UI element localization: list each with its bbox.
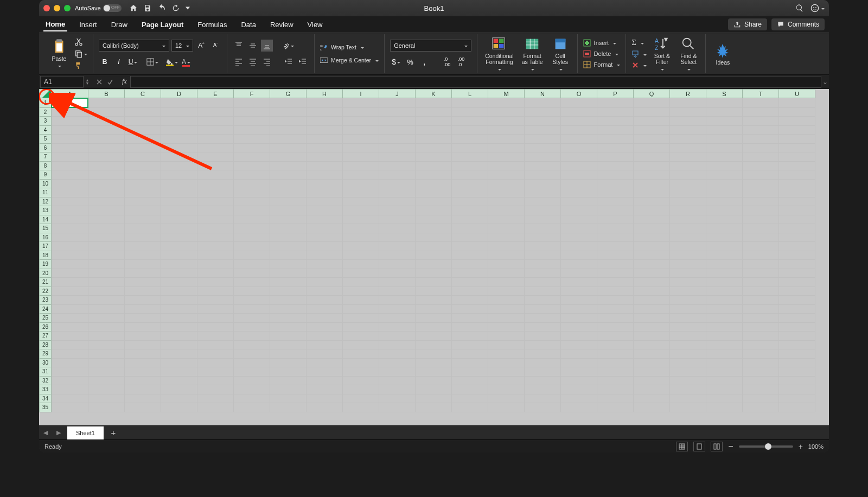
cell[interactable] — [488, 242, 525, 251]
cell[interactable] — [670, 197, 706, 206]
cell[interactable] — [525, 98, 561, 108]
cell[interactable] — [125, 125, 161, 135]
cell[interactable] — [161, 403, 197, 412]
column-header[interactable]: P — [597, 90, 634, 98]
cell[interactable] — [416, 314, 452, 323]
align-right-button[interactable] — [261, 56, 273, 68]
row-header[interactable]: 27 — [40, 332, 52, 341]
cell[interactable] — [670, 170, 706, 180]
cell[interactable] — [234, 403, 270, 412]
cell[interactable] — [416, 215, 452, 224]
cell[interactable] — [343, 152, 379, 162]
row-header[interactable]: 34 — [40, 394, 52, 403]
cell[interactable] — [416, 332, 452, 341]
cell[interactable] — [379, 161, 416, 170]
cell[interactable] — [561, 304, 597, 314]
name-box[interactable]: A1 — [40, 76, 84, 88]
cell[interactable] — [52, 233, 88, 242]
cell[interactable] — [561, 179, 597, 188]
column-header[interactable]: N — [525, 90, 561, 98]
cell[interactable] — [634, 188, 670, 197]
home-icon[interactable] — [129, 4, 138, 12]
account-menu[interactable] — [810, 4, 825, 12]
cell[interactable] — [743, 403, 779, 412]
cell[interactable] — [197, 314, 234, 323]
cell[interactable] — [52, 278, 88, 287]
row-header[interactable]: 3 — [40, 117, 52, 126]
comments-button[interactable]: Comments — [771, 18, 825, 30]
cell[interactable] — [706, 98, 743, 108]
conditional-formatting-button[interactable]: Conditional Formatting — [483, 35, 516, 73]
cell[interactable] — [488, 278, 525, 287]
cell[interactable] — [597, 376, 634, 385]
cell[interactable] — [634, 314, 670, 323]
undo-icon[interactable] — [157, 4, 166, 12]
cell[interactable] — [525, 197, 561, 206]
cell[interactable] — [779, 332, 815, 341]
cell[interactable] — [343, 135, 379, 144]
cell[interactable] — [525, 125, 561, 135]
cell[interactable] — [670, 161, 706, 170]
cell[interactable] — [743, 349, 779, 359]
cell[interactable] — [379, 117, 416, 126]
cell[interactable] — [307, 233, 343, 242]
cell[interactable] — [706, 385, 743, 394]
cell[interactable] — [125, 296, 161, 305]
cell[interactable] — [416, 117, 452, 126]
cell[interactable] — [125, 358, 161, 367]
cell[interactable] — [88, 304, 125, 314]
cell[interactable] — [416, 224, 452, 233]
cell[interactable] — [88, 117, 125, 126]
cell[interactable] — [88, 197, 125, 206]
row-header[interactable]: 4 — [40, 125, 52, 135]
row-header[interactable]: 15 — [40, 224, 52, 233]
cell[interactable] — [561, 385, 597, 394]
cell[interactable] — [161, 394, 197, 403]
cell[interactable] — [561, 135, 597, 144]
cell[interactable] — [670, 278, 706, 287]
cell[interactable] — [488, 403, 525, 412]
cell[interactable] — [88, 215, 125, 224]
cell[interactable] — [416, 394, 452, 403]
cell[interactable] — [270, 206, 307, 215]
row-header[interactable]: 20 — [40, 269, 52, 278]
cell[interactable] — [307, 367, 343, 377]
cell[interactable] — [561, 170, 597, 180]
column-header[interactable]: U — [779, 90, 815, 98]
cell[interactable] — [525, 179, 561, 188]
cell[interactable] — [379, 107, 416, 117]
cell[interactable] — [706, 367, 743, 377]
cell[interactable] — [379, 215, 416, 224]
cell[interactable] — [379, 332, 416, 341]
cell[interactable] — [197, 117, 234, 126]
cell[interactable] — [488, 197, 525, 206]
cell[interactable] — [416, 367, 452, 377]
cell[interactable] — [343, 117, 379, 126]
zoom-level[interactable]: 100% — [808, 443, 824, 450]
cell[interactable] — [307, 242, 343, 251]
cell[interactable] — [379, 233, 416, 242]
cell[interactable] — [452, 296, 488, 305]
zoom-slider[interactable] — [739, 445, 793, 448]
cell[interactable] — [161, 179, 197, 188]
cell[interactable] — [561, 143, 597, 152]
cell[interactable] — [779, 296, 815, 305]
cell[interactable] — [307, 117, 343, 126]
cell[interactable] — [234, 332, 270, 341]
cell[interactable] — [197, 278, 234, 287]
cell[interactable] — [597, 349, 634, 359]
cell[interactable] — [307, 278, 343, 287]
cell[interactable] — [234, 170, 270, 180]
cell[interactable] — [634, 269, 670, 278]
cell[interactable] — [379, 197, 416, 206]
cell[interactable] — [307, 260, 343, 269]
cell[interactable] — [379, 135, 416, 144]
cell[interactable] — [52, 242, 88, 251]
cell[interactable] — [52, 358, 88, 367]
cell[interactable] — [561, 117, 597, 126]
cell[interactable] — [161, 152, 197, 162]
cell[interactable] — [452, 117, 488, 126]
cell[interactable] — [561, 197, 597, 206]
row-header[interactable]: 9 — [40, 170, 52, 180]
cell[interactable] — [234, 251, 270, 260]
